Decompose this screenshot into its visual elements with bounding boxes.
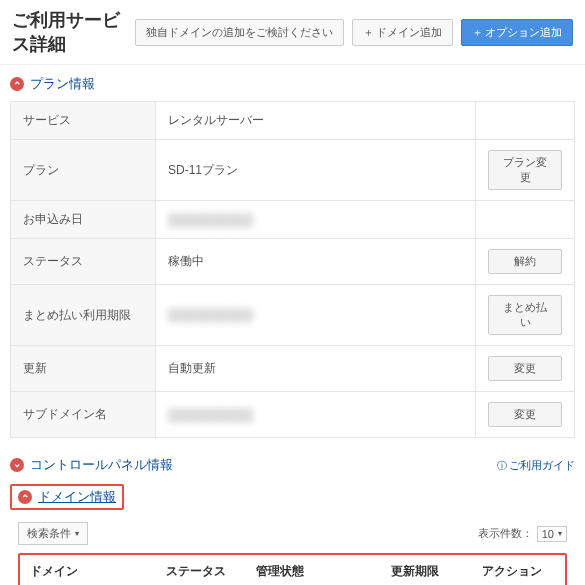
plan-row-value: SD-11プラン xyxy=(156,140,476,201)
col-expire: 更新期限 xyxy=(381,555,460,585)
plan-row: ステータス稼働中解約 xyxy=(11,239,575,285)
plan-action-button[interactable]: まとめ払い xyxy=(488,295,562,335)
plan-row: お申込み日██████████ xyxy=(11,201,575,239)
plan-row-label: プラン xyxy=(11,140,156,201)
page-title: ご利用サービス詳細 xyxy=(12,8,127,56)
domain-table: ドメイン ステータス 管理状態 更新期限 アクション ████████████稼… xyxy=(20,555,565,585)
plan-row-action-cell: まとめ払い xyxy=(476,285,575,346)
plan-row: サブドメイン名██████████変更 xyxy=(11,392,575,438)
col-mgmt: 管理状態 xyxy=(246,555,381,585)
add-option-button[interactable]: オプション追加 xyxy=(461,19,573,46)
cp-section-title: コントロールパネル情報 xyxy=(30,456,173,474)
plan-row-label: サービス xyxy=(11,102,156,140)
plan-row-action-cell xyxy=(476,102,575,140)
plan-row: 更新自動更新変更 xyxy=(11,346,575,392)
chevron-up-icon[interactable] xyxy=(10,77,24,91)
plan-row-label: サブドメイン名 xyxy=(11,392,156,438)
plan-row-value: ██████████ xyxy=(156,201,476,239)
plan-row: まとめ払い利用期限██████████まとめ払い xyxy=(11,285,575,346)
add-domain-label: ドメイン追加 xyxy=(376,26,442,38)
search-conditions-button[interactable]: 検索条件 xyxy=(18,522,88,545)
add-domain-button[interactable]: ドメイン追加 xyxy=(352,19,453,46)
domain-section-title[interactable]: ドメイン情報 xyxy=(38,488,116,506)
plan-row-action-cell: 変更 xyxy=(476,392,575,438)
plan-row-action-cell: 解約 xyxy=(476,239,575,285)
plan-row-label: まとめ払い利用期限 xyxy=(11,285,156,346)
plan-row-value: ██████████ xyxy=(156,285,476,346)
plan-section-title: プラン情報 xyxy=(30,75,95,93)
suggest-domain-button[interactable]: 独自ドメインの追加をご検討ください xyxy=(135,19,344,46)
plan-row-label: ステータス xyxy=(11,239,156,285)
plan-row-value: 稼働中 xyxy=(156,239,476,285)
plan-row-label: 更新 xyxy=(11,346,156,392)
plan-action-button[interactable]: プラン変更 xyxy=(488,150,562,190)
plan-row-action-cell xyxy=(476,201,575,239)
plan-info-table: サービスレンタルサーバープランSD-11プランプラン変更お申込み日███████… xyxy=(10,101,575,438)
plan-row-value: ██████████ xyxy=(156,392,476,438)
plan-action-button[interactable]: 解約 xyxy=(488,249,562,274)
col-status: ステータス xyxy=(156,555,245,585)
chevron-down-icon[interactable] xyxy=(10,458,24,472)
plan-row-action-cell: プラン変更 xyxy=(476,140,575,201)
chevron-up-icon[interactable] xyxy=(18,490,32,504)
display-count-label: 表示件数： xyxy=(478,526,533,541)
plus-icon xyxy=(363,26,376,38)
plus-icon xyxy=(472,26,485,38)
plan-row-value: レンタルサーバー xyxy=(156,102,476,140)
plan-row: サービスレンタルサーバー xyxy=(11,102,575,140)
plan-row: プランSD-11プランプラン変更 xyxy=(11,140,575,201)
usage-guide-link[interactable]: ご利用ガイド xyxy=(497,458,575,473)
add-option-label: オプション追加 xyxy=(485,26,562,38)
plan-row-action-cell: 変更 xyxy=(476,346,575,392)
col-action: アクション xyxy=(460,555,565,585)
plan-action-button[interactable]: 変更 xyxy=(488,402,562,427)
plan-row-value: 自動更新 xyxy=(156,346,476,392)
plan-action-button[interactable]: 変更 xyxy=(488,356,562,381)
display-count-select[interactable]: 10 xyxy=(537,526,567,542)
plan-row-label: お申込み日 xyxy=(11,201,156,239)
col-domain: ドメイン xyxy=(20,555,156,585)
